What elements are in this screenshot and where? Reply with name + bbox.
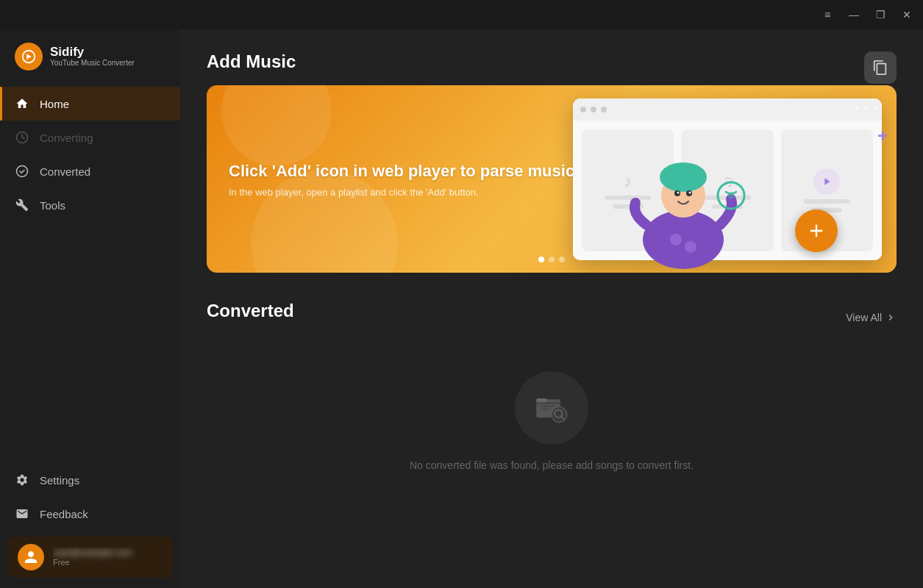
user-plan: Free — [53, 558, 163, 567]
sidebar-item-feedback[interactable]: Feedback — [0, 497, 180, 531]
sidebar-item-settings-label: Settings — [40, 474, 79, 487]
user-area[interactable]: user@example.com Free — [7, 537, 173, 578]
banner-text: Click 'Add' icon in web player to parse … — [229, 161, 574, 197]
carousel-dot-1[interactable] — [538, 257, 544, 262]
add-music-title: Add Music — [207, 51, 897, 72]
sidebar-item-tools-label: Tools — [40, 199, 65, 212]
add-music-section: Add Music Click 'Add' icon in web player… — [207, 51, 897, 273]
minimize-button[interactable]: — — [847, 7, 861, 22]
home-icon — [15, 96, 29, 111]
banner-subtext: In the web player, open a playlist and c… — [229, 186, 574, 197]
banner-heading: Click 'Add' icon in web player to parse … — [229, 161, 574, 180]
converted-section: Converted View All — [207, 301, 897, 486]
carousel-dots — [538, 257, 565, 262]
sidebar-bottom: Settings Feedback user@ — [0, 456, 180, 588]
svg-point-5 — [660, 162, 707, 192]
carousel-dot-2[interactable] — [549, 257, 555, 262]
sidebar-item-converting: Converting — [0, 121, 180, 154]
logo-subtitle: YouTube Music Converter — [50, 59, 135, 68]
play-circle — [813, 168, 840, 195]
svg-point-3 — [643, 210, 724, 269]
carousel-dot-3[interactable] — [559, 257, 565, 262]
svg-point-9 — [689, 192, 691, 194]
view-all-label: View All — [846, 312, 882, 323]
svg-point-2 — [17, 166, 28, 177]
mock-dot-2 — [591, 107, 596, 112]
sidebar-item-converted-label: Converted — [40, 165, 90, 178]
logo-text: Sidify YouTube Music Converter — [50, 46, 135, 68]
svg-point-8 — [677, 192, 680, 194]
view-all-button[interactable]: View All — [846, 312, 897, 323]
sidebar-item-home-label: Home — [40, 98, 69, 110]
app-layout: Sidify YouTube Music Converter Home — [0, 29, 923, 588]
svg-point-11 — [727, 192, 735, 199]
sidebar-nav: Home Converting — [0, 87, 180, 456]
converted-title: Converted — [207, 301, 294, 321]
svg-rect-19 — [541, 406, 555, 407]
sidebar-item-feedback-label: Feedback — [40, 508, 88, 520]
sidebar-item-converting-label: Converting — [40, 132, 93, 144]
add-circle-button[interactable] — [795, 209, 838, 252]
empty-state-text: No converted file was found, please add … — [410, 459, 694, 471]
svg-point-13 — [685, 241, 696, 253]
converted-icon — [15, 164, 29, 179]
svg-point-16 — [552, 407, 567, 423]
banner: Click 'Add' icon in web player to parse … — [207, 85, 897, 273]
empty-folder-icon — [532, 389, 571, 427]
title-bar-controls: ≡ — ❐ ✕ — [820, 7, 914, 22]
sidebar-logo: Sidify YouTube Music Converter — [0, 29, 180, 87]
banner-circle-2 — [221, 85, 332, 166]
sidebar-item-tools[interactable]: Tools — [0, 188, 180, 222]
converted-header: Converted View All — [207, 301, 897, 334]
user-info: user@example.com Free — [53, 548, 163, 567]
mock-card-line-3 — [804, 199, 850, 204]
banner-dots: • • • — [855, 101, 879, 113]
chevron-right-icon — [885, 312, 897, 323]
sidebar-item-home[interactable]: Home — [0, 87, 180, 121]
empty-state: No converted file was found, please add … — [207, 349, 897, 486]
feedback-icon — [15, 506, 29, 521]
svg-point-12 — [670, 234, 682, 245]
settings-icon — [15, 473, 29, 487]
mock-dot-3 — [601, 107, 607, 112]
svg-rect-15 — [536, 398, 546, 402]
sidebar-item-converted[interactable]: Converted — [0, 154, 180, 188]
empty-icon-wrap — [515, 371, 588, 445]
user-avatar — [18, 544, 44, 570]
tools-icon — [15, 198, 29, 212]
character-illustration — [617, 104, 749, 273]
title-bar: ≡ — ❐ ✕ — [0, 0, 923, 29]
converting-icon — [15, 130, 29, 145]
menu-button[interactable]: ≡ — [820, 7, 835, 22]
mock-dot-1 — [580, 107, 586, 112]
banner-plus-icon: + — [877, 126, 888, 146]
maximize-button[interactable]: ❐ — [873, 7, 888, 22]
logo-icon — [15, 43, 43, 71]
sidebar-item-settings[interactable]: Settings — [0, 463, 180, 497]
main-content: Add Music Click 'Add' icon in web player… — [180, 29, 923, 588]
logo-title: Sidify — [50, 46, 135, 60]
export-button[interactable] — [864, 51, 897, 84]
user-name: user@example.com — [53, 548, 163, 558]
sidebar: Sidify YouTube Music Converter Home — [0, 29, 180, 588]
close-button[interactable]: ✕ — [899, 7, 914, 22]
svg-rect-20 — [541, 409, 551, 410]
